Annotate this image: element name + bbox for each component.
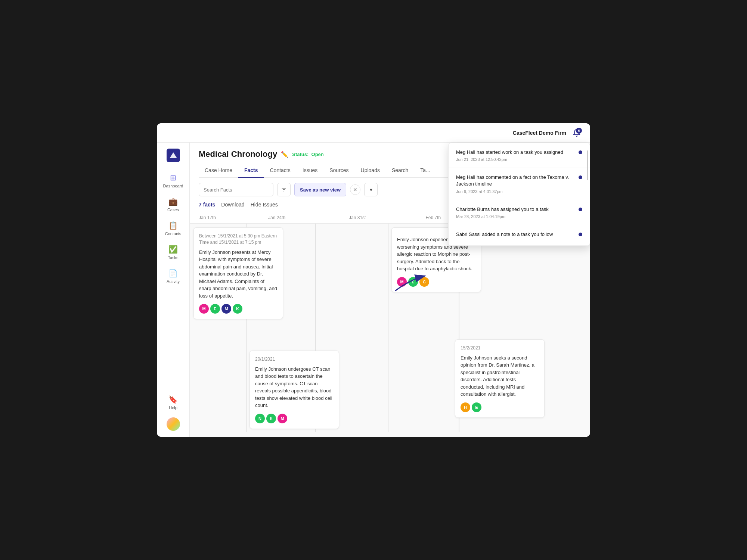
contacts-icon: 📋 <box>168 221 178 230</box>
fact-card-4-date: 15/2/2021 <box>461 345 539 351</box>
download-link[interactable]: Download <box>221 202 244 208</box>
hide-issues-link[interactable]: Hide Issues <box>251 202 278 208</box>
fact-card-4[interactable]: 15/2/2021 Emily Johnson seeks a second o… <box>455 339 545 418</box>
edit-icon[interactable]: ✏️ <box>281 151 288 158</box>
notification-item-1[interactable]: Meg Hall has started work on a task you … <box>449 143 590 168</box>
date-label-jan24: Jan 24th <box>268 215 285 220</box>
notif-title-2: Meg Hall has commented on a fact on the … <box>456 174 574 187</box>
avatar-K1: K <box>233 304 242 314</box>
fact-card-4-avatars: H E <box>461 402 539 412</box>
sidebar-item-cases[interactable]: 💼 Cases <box>160 193 187 216</box>
fact-card-2-text: Emily Johnson undergoes CT scan and bloo… <box>255 365 334 409</box>
notif-time-3: Mar 28, 2023 at 1:04:19pm <box>456 214 574 219</box>
cases-icon: 💼 <box>168 197 178 206</box>
save-view-button[interactable]: Save as new view <box>294 183 346 196</box>
sidebar-item-tasks[interactable]: ✅ Tasks <box>160 241 187 264</box>
timeline-line-3 <box>388 224 388 432</box>
notif-title-4: Sabri Sassi added a note to a task you f… <box>456 231 574 238</box>
tab-contacts[interactable]: Contacts <box>264 164 297 178</box>
sidebar-help-label: Help <box>169 405 177 410</box>
date-label-feb7: Feb 7th <box>425 215 441 220</box>
notif-time-1: Jun 21, 2023 at 12:50:42pm <box>456 157 574 162</box>
tab-sources[interactable]: Sources <box>323 164 354 178</box>
notification-scrollbar[interactable] <box>587 150 588 180</box>
tab-uploads[interactable]: Uploads <box>355 164 386 178</box>
avatar-E1: E <box>210 304 220 314</box>
sidebar-item-activity[interactable]: 📄 Activity <box>160 265 187 287</box>
logo-icon <box>167 149 180 162</box>
tab-case-home[interactable]: Case Home <box>199 164 238 178</box>
activity-icon: 📄 <box>168 269 178 278</box>
avatar-E2: E <box>266 414 276 423</box>
avatar-E3: E <box>408 277 418 287</box>
tab-issues[interactable]: Issues <box>297 164 323 178</box>
avatar-N1: N <box>255 414 265 423</box>
top-header: CaseFleet Demo Firm 6 Meg Hall has start… <box>157 123 590 143</box>
notification-item-3[interactable]: Charlotte Burns has assigned you to a ta… <box>449 200 590 225</box>
notification-dropdown: Meg Hall has started work on a task you … <box>448 143 590 246</box>
notif-title-1: Meg Hall has started work on a task you … <box>456 149 574 156</box>
sidebar-item-dashboard[interactable]: ⊞ Dashboard <box>160 169 187 192</box>
fact-card-1-date: Between 15/1/2021 at 5:30 pm Eastern Tim… <box>199 233 278 246</box>
fact-card-4-text: Emily Johnson seeks a second opinion fro… <box>461 354 539 398</box>
avatar-M3: M <box>278 414 287 423</box>
avatar-E4: E <box>472 402 481 412</box>
date-label-jan31: Jan 31st <box>349 215 366 220</box>
notif-unread-dot-3 <box>579 208 582 211</box>
sidebar-item-contacts[interactable]: 📋 Contacts <box>160 217 187 240</box>
fact-card-1[interactable]: Between 15/1/2021 at 5:30 pm Eastern Tim… <box>193 227 283 319</box>
fact-card-2-avatars: N E M <box>255 414 334 423</box>
logo[interactable] <box>167 149 180 164</box>
clear-filter-button[interactable]: ✕ <box>350 184 360 195</box>
avatar-H1: H <box>461 402 470 412</box>
filter-icon <box>281 187 287 193</box>
notif-time-2: Jun 6, 2023 at 4:01:37pm <box>456 189 574 194</box>
sidebar-item-cases-label: Cases <box>167 208 179 212</box>
firm-name: CaseFleet Demo Firm <box>513 130 566 136</box>
avatar-C1: C <box>419 277 429 287</box>
tasks-icon: ✅ <box>168 245 178 254</box>
sidebar-item-help[interactable]: 🔖 Help <box>160 392 187 413</box>
notif-title-3: Charlotte Burns has assigned you to a ta… <box>456 206 574 213</box>
sidebar-item-tasks-label: Tasks <box>168 255 178 260</box>
dashboard-icon: ⊞ <box>170 173 176 182</box>
tab-facts[interactable]: Facts <box>238 164 264 178</box>
dropdown-button[interactable]: ▾ <box>364 183 378 196</box>
fact-card-1-text: Emily Johnson presents at Mercy Hospital… <box>199 249 278 300</box>
facts-count[interactable]: 7 facts <box>199 202 215 208</box>
notification-item-4[interactable]: Sabri Sassi added a note to a task you f… <box>449 225 590 246</box>
sidebar-item-contacts-label: Contacts <box>165 231 181 236</box>
help-icon: 🔖 <box>168 395 178 404</box>
sidebar-item-activity-label: Activity <box>167 279 180 284</box>
avatar-M2: M <box>221 304 231 314</box>
filter-button[interactable] <box>277 183 291 196</box>
date-label-jan17: Jan 17th <box>199 215 216 220</box>
fact-card-2-date: 20/1/2021 <box>255 356 334 363</box>
sidebar: ⊞ Dashboard 💼 Cases 📋 Contacts ✅ Tasks 📄… <box>157 143 190 437</box>
notification-item-2[interactable]: Meg Hall has commented on a fact on the … <box>449 168 590 200</box>
fact-card-2[interactable]: 20/1/2021 Emily Johnson undergoes CT sca… <box>249 351 339 429</box>
app-window: CaseFleet Demo Firm 6 Meg Hall has start… <box>157 123 590 437</box>
avatar-M4: M <box>397 277 407 287</box>
notif-unread-dot-4 <box>579 233 582 236</box>
fact-card-3-avatars: M E C <box>397 277 475 287</box>
user-avatar[interactable] <box>167 417 180 431</box>
sidebar-item-dashboard-label: Dashboard <box>163 184 183 188</box>
status-badge: Status: Open <box>292 152 324 157</box>
avatar-M1: M <box>199 304 209 314</box>
fact-card-1-avatars: M E M K <box>199 304 278 314</box>
tab-tasks[interactable]: Ta... <box>414 164 436 178</box>
tab-search[interactable]: Search <box>386 164 414 178</box>
notification-badge: 6 <box>576 128 582 134</box>
notif-unread-dot-2 <box>579 175 582 179</box>
page-title: Medical Chronology <box>199 149 277 159</box>
search-input[interactable] <box>199 183 273 196</box>
bell-button[interactable]: 6 <box>571 127 583 139</box>
notif-unread-dot-1 <box>579 150 582 154</box>
